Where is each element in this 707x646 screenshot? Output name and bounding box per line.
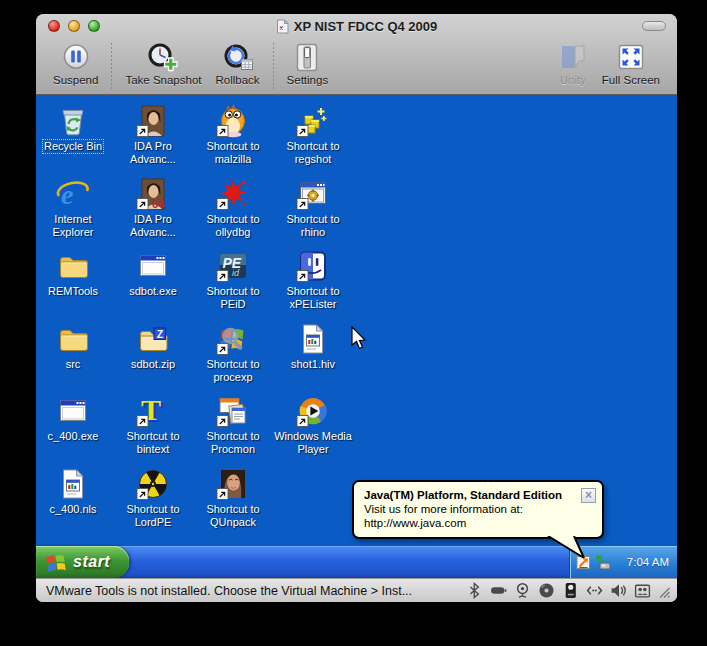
cd-icon[interactable] bbox=[538, 582, 555, 599]
harddisk-icon[interactable] bbox=[562, 582, 579, 599]
desktop-icon-label: shot1.hiv bbox=[290, 358, 336, 371]
desktop-icon-label: Internet Explorer bbox=[36, 213, 113, 239]
resize-grip-icon[interactable] bbox=[655, 583, 671, 599]
guest-screen: Recycle BinIDA Pro Advanc...Shortcut to … bbox=[36, 95, 677, 578]
balloon-link[interactable]: http://www.java.com bbox=[364, 517, 576, 529]
java-notification-balloon: Java(TM) Platform, Standard Edition Visi… bbox=[352, 480, 604, 539]
suspend-button[interactable]: Suspend bbox=[53, 41, 98, 89]
hiv-doc-icon bbox=[296, 322, 330, 356]
desktop-icon-shortcut-to-bintext[interactable]: TTShortcut to bintext bbox=[113, 394, 193, 456]
desktop-icon-label: Shortcut to LordPE bbox=[113, 503, 193, 529]
desktop-icon-label: Shortcut to ollydbg bbox=[193, 213, 273, 239]
toolbar-button-label: Settings bbox=[287, 74, 329, 86]
desktop-icon-label: Shortcut to rhino bbox=[273, 213, 353, 239]
desktop-icon-shortcut-to-qunpack[interactable]: Shortcut to QUnpack bbox=[193, 467, 273, 529]
peid-icon: PEid bbox=[216, 249, 250, 283]
desktop-icon-shortcut-to-lordpe[interactable]: Shortcut to LordPE bbox=[113, 467, 193, 529]
desktop-icon-label: sdbot.exe bbox=[128, 285, 178, 298]
desktop-icon-internet-explorer[interactable]: eInternet Explorer bbox=[36, 177, 113, 239]
full-screen-button[interactable]: Full Screen bbox=[602, 41, 660, 86]
desktop-icon-label: Recycle Bin bbox=[43, 140, 103, 153]
desktop-icon-shortcut-to-regshot[interactable]: Shortcut to regshot bbox=[273, 104, 353, 166]
hiv-doc-icon bbox=[56, 467, 90, 501]
desktop-icon-shortcut-to-ollydbg[interactable]: Shortcut to ollydbg bbox=[193, 177, 273, 239]
vm-window: XP NIST FDCC Q4 2009 SuspendTake Snapsho… bbox=[36, 14, 677, 602]
procmon-icon bbox=[216, 394, 250, 428]
bintext-icon: TT bbox=[136, 394, 170, 428]
start-button[interactable]: start bbox=[36, 546, 129, 578]
toolbar-button-label: Take Snapshot bbox=[125, 74, 201, 86]
bluetooth-icon[interactable] bbox=[466, 582, 483, 599]
desktop-icon-label: Shortcut to procexp bbox=[193, 358, 273, 384]
shared-folder-icon[interactable] bbox=[634, 582, 651, 599]
desktop-icon-shortcut-to-malzilla[interactable]: Shortcut to malzilla bbox=[193, 104, 273, 166]
toolbar-button-label: Suspend bbox=[53, 74, 98, 86]
desktop-icon-c-400-nls[interactable]: c_400.nls bbox=[36, 467, 113, 516]
volume-icon[interactable] bbox=[610, 582, 627, 599]
titlebar[interactable]: XP NIST FDCC Q4 2009 bbox=[36, 14, 677, 38]
desktop-icon-label: Shortcut to bintext bbox=[113, 430, 193, 456]
desktop-icon-ida-pro-advanc[interactable]: IDA Pro Advanc... bbox=[113, 104, 193, 166]
statusbar-message: VMware Tools is not installed. Choose th… bbox=[46, 584, 412, 598]
lordpe-icon bbox=[136, 467, 170, 501]
desktop-icon-label: Shortcut to regshot bbox=[273, 140, 353, 166]
desktop-icon-label: c_400.nls bbox=[48, 503, 97, 516]
folder-icon bbox=[56, 249, 90, 283]
safely-remove-hardware-icon[interactable] bbox=[594, 554, 612, 571]
desktop-icon-remtools[interactable]: REMTools bbox=[36, 249, 113, 298]
toolbar-button-label: Unity bbox=[560, 74, 586, 86]
start-label: start bbox=[73, 553, 110, 571]
balloon-title: Java(TM) Platform, Standard Edition bbox=[364, 489, 576, 501]
tray-clock[interactable]: 7:04 AM bbox=[627, 556, 669, 568]
desktop-icon-sdbot-zip[interactable]: Zsdbot.zip bbox=[113, 322, 193, 371]
toolbar-button-label: Rollback bbox=[216, 74, 260, 86]
ida-pro-icon bbox=[136, 104, 170, 138]
statusbar-icons bbox=[466, 582, 651, 599]
close-icon[interactable] bbox=[581, 488, 596, 503]
svg-text:Z: Z bbox=[157, 327, 164, 339]
zip-folder-icon: Z bbox=[136, 322, 170, 356]
desktop-icon-windows-media-player[interactable]: Windows Media Player bbox=[273, 394, 353, 456]
desktop-icon-shot1-hiv[interactable]: shot1.hiv bbox=[273, 322, 353, 371]
title-wrap: XP NIST FDCC Q4 2009 bbox=[36, 14, 677, 38]
take-snapshot-button[interactable]: Take Snapshot bbox=[125, 41, 201, 89]
desktop-icon-label: src bbox=[65, 358, 82, 371]
desktop-icon-src[interactable]: src bbox=[36, 322, 113, 371]
desktop-icon-label: sdbot.zip bbox=[130, 358, 176, 371]
snapshot-icon bbox=[146, 41, 180, 73]
balloon-tail bbox=[534, 536, 588, 560]
desktop-icon-label: c_400.exe bbox=[47, 430, 100, 443]
settings-button[interactable]: Settings bbox=[287, 41, 329, 89]
desktop-icon-shortcut-to-peid[interactable]: PEidShortcut to PEiD bbox=[193, 249, 273, 311]
svg-text:64: 64 bbox=[152, 198, 165, 210]
battery-icon[interactable] bbox=[490, 582, 507, 599]
desktop-icon-label: Shortcut to malzilla bbox=[193, 140, 273, 166]
webcam-icon[interactable] bbox=[514, 582, 531, 599]
toolbar-toggle-button[interactable] bbox=[642, 21, 666, 31]
network-icon[interactable] bbox=[586, 582, 603, 599]
svg-text:id: id bbox=[232, 268, 240, 278]
desktop-icon-shortcut-to-procexp[interactable]: Shortcut to procexp bbox=[193, 322, 273, 384]
desktop-icon-shortcut-to-procmon[interactable]: Shortcut to Procmon bbox=[193, 394, 273, 456]
vmware-statusbar: VMware Tools is not installed. Choose th… bbox=[36, 578, 677, 602]
desktop-icon-label: Shortcut to QUnpack bbox=[193, 503, 273, 529]
desktop-icon-shortcut-to-xpelister[interactable]: Shortcut to xPELister bbox=[273, 249, 353, 311]
recycle-bin-icon bbox=[56, 104, 90, 138]
toolbar-left-group: SuspendTake SnapshotRollbackSettings bbox=[46, 41, 335, 89]
rollback-button[interactable]: Rollback bbox=[216, 41, 260, 89]
desktop-icon-label: Shortcut to Procmon bbox=[193, 430, 273, 456]
desktop-icon-shortcut-to-rhino[interactable]: Shortcut to rhino bbox=[273, 177, 353, 239]
desktop-icon-ida-pro-advanc[interactable]: 64IDA Pro Advanc... bbox=[113, 177, 193, 239]
desktop-icon-sdbot-exe[interactable]: sdbot.exe bbox=[113, 249, 193, 298]
settings-icon bbox=[292, 41, 322, 73]
desktop-icon-c-400-exe[interactable]: c_400.exe bbox=[36, 394, 113, 443]
desktop-icon-recycle-bin[interactable]: Recycle Bin bbox=[36, 104, 113, 153]
xpelister-icon bbox=[296, 249, 330, 283]
document-icon bbox=[276, 19, 289, 34]
malzilla-icon bbox=[216, 104, 250, 138]
desktop-icon-label: Shortcut to xPELister bbox=[273, 285, 353, 311]
rollback-icon bbox=[221, 41, 255, 73]
wmplayer-icon bbox=[296, 394, 330, 428]
app-window-icon bbox=[136, 249, 170, 283]
windows-flag-icon bbox=[45, 552, 67, 573]
